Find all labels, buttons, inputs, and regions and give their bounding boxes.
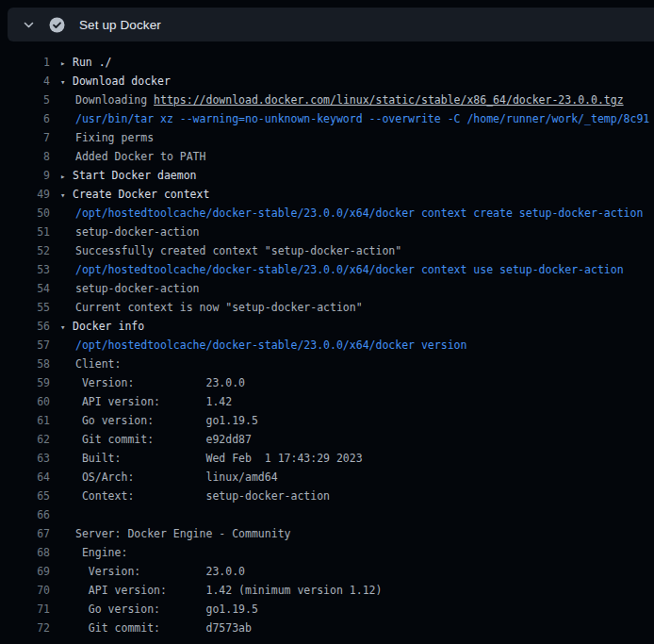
log-line: 49▾Create Docker context [0, 185, 654, 204]
log-line: 1▸Run ./ [0, 53, 654, 72]
log-group-toggle[interactable]: ▾Docker info [60, 317, 144, 337]
log-line: 53/opt/hostedtoolcache/docker-stable/23.… [0, 260, 654, 279]
log-line-text: Successfully created context "setup-dock… [60, 241, 401, 260]
log-line: 58Client: [0, 355, 654, 373]
log-line: 55Current context is now "setup-docker-a… [0, 298, 654, 317]
log-line-number[interactable]: 54 [0, 279, 50, 298]
log-line-number[interactable]: 4 [0, 72, 50, 91]
log-line-number[interactable]: 61 [0, 411, 50, 430]
log-line: 6/usr/bin/tar xz --warning=no-unknown-ke… [0, 109, 654, 128]
log-text: Current context is now "setup-docker-act… [75, 298, 363, 317]
step-header[interactable]: Set up Docker [8, 8, 654, 41]
log-line: 56▾Docker info [0, 317, 654, 336]
log-text: Go version: go1.19.5 [75, 600, 258, 619]
log-line: 65 Context: setup-docker-action [0, 487, 654, 505]
log-link[interactable]: https://download.docker.com/linux/static… [154, 91, 624, 109]
log-group-title: Start Docker daemon [73, 166, 197, 185]
log-line-number[interactable]: 68 [0, 543, 50, 562]
log-line-number[interactable]: 6 [0, 109, 50, 128]
log-line: 60 API version: 1.42 [0, 392, 654, 411]
log-line-text: Go version: go1.19.5 [60, 600, 258, 619]
workflow-step-log-panel: Set up Docker 1▸Run ./4▾Download docker5… [0, 0, 654, 644]
log-line-text: API version: 1.42 [60, 392, 232, 411]
log-line-number[interactable]: 71 [0, 600, 50, 619]
log-line-number[interactable]: 5 [0, 91, 50, 109]
log-line: 52Successfully created context "setup-do… [0, 241, 654, 260]
log-line-text: Git commit: e92dd87 [60, 430, 252, 449]
log-group-toggle[interactable]: ▸Start Docker daemon [60, 166, 197, 186]
check-circle-icon [49, 17, 65, 33]
log-text: Client: [75, 355, 121, 373]
log-text: API version: 1.42 [75, 392, 232, 411]
log-line-number[interactable]: 62 [0, 430, 50, 449]
log-group-title: Docker info [73, 317, 144, 336]
log-line-text: Current context is now "setup-docker-act… [60, 298, 363, 317]
log-line-number[interactable]: 57 [0, 336, 50, 355]
log-line-number[interactable]: 49 [0, 185, 50, 204]
log-line-number[interactable]: 9 [0, 166, 50, 185]
log-line-number[interactable]: 8 [0, 147, 50, 166]
log-line-text: Engine: [60, 543, 127, 562]
log-line: 54setup-docker-action [0, 279, 654, 298]
log-line-text: Built: Wed Feb 1 17:43:29 2023 [60, 449, 363, 468]
log-text: Git commit: d7573ab [75, 619, 252, 637]
step-title: Set up Docker [79, 18, 161, 32]
log-line-text: OS/Arch: linux/amd64 [60, 468, 278, 487]
log-text: Context: setup-docker-action [75, 487, 330, 505]
log-group-toggle[interactable]: ▸Run ./ [60, 53, 112, 73]
log-line-number[interactable]: 58 [0, 355, 50, 373]
log-line-number[interactable]: 59 [0, 373, 50, 392]
log-group-toggle[interactable]: ▾Download docker [60, 72, 171, 91]
log-text: Downloading [75, 91, 154, 109]
log-line-number[interactable]: 60 [0, 392, 50, 411]
log-text: API version: 1.42 (minimum version 1.12) [75, 581, 382, 600]
log-line-number[interactable]: 7 [0, 128, 50, 147]
log-line: 57/opt/hostedtoolcache/docker-stable/23.… [0, 336, 654, 355]
log-text: Version: 23.0.0 [75, 562, 245, 581]
log-line-number[interactable]: 65 [0, 487, 50, 505]
log-text: Version: 23.0.0 [75, 373, 245, 392]
log-line-number[interactable]: 55 [0, 298, 50, 317]
log-line-number[interactable]: 67 [0, 524, 50, 543]
log-text: setup-docker-action [75, 279, 200, 298]
log-line-number[interactable]: 56 [0, 317, 50, 336]
log-line-number[interactable]: 72 [0, 619, 50, 637]
log-command: /opt/hostedtoolcache/docker-stable/23.0.… [60, 336, 466, 355]
log-line-number[interactable]: 1 [0, 53, 50, 72]
log-line-number[interactable]: 70 [0, 581, 50, 600]
log-line-text: Go version: go1.19.5 [60, 411, 258, 430]
log-line-number[interactable]: 53 [0, 260, 50, 279]
log-line-text: Context: setup-docker-action [60, 487, 330, 505]
log-line-number[interactable]: 64 [0, 468, 50, 487]
log-line: 9▸Start Docker daemon [0, 166, 654, 185]
log-line: 62 Git commit: e92dd87 [0, 430, 654, 449]
log-line: 67Server: Docker Engine - Community [0, 524, 654, 543]
log-command-text: /opt/hostedtoolcache/docker-stable/23.0.… [75, 336, 466, 355]
chevron-down-icon[interactable] [23, 19, 35, 31]
log-line-number[interactable]: 63 [0, 449, 50, 468]
log-line: 59 Version: 23.0.0 [0, 373, 654, 392]
log-text: Go version: go1.19.5 [75, 411, 258, 430]
log-line-number[interactable]: 51 [0, 223, 50, 241]
log-line-text: Git commit: d7573ab [60, 619, 252, 637]
log-line-text: Fixing perms [60, 128, 154, 147]
log-line: 71 Go version: go1.19.5 [0, 600, 654, 619]
log-line: 66 [0, 505, 654, 524]
log-line-number[interactable]: 69 [0, 562, 50, 581]
log-line-text: Client: [60, 355, 121, 373]
log-line-number[interactable]: 52 [0, 241, 50, 260]
log-line: 69 Version: 23.0.0 [0, 562, 654, 581]
log-line-number[interactable]: 66 [0, 505, 50, 524]
log-line-number[interactable]: 50 [0, 204, 50, 223]
chevron-down-icon: ▾ [60, 73, 73, 91]
chevron-down-icon: ▾ [60, 186, 73, 205]
log-text: Fixing perms [75, 128, 154, 147]
log-group-toggle[interactable]: ▾Create Docker context [60, 185, 209, 205]
log-line-text: Version: 23.0.0 [60, 562, 245, 581]
chevron-down-icon: ▾ [60, 318, 73, 337]
log-line: 4▾Download docker [0, 72, 654, 91]
log-line-text: API version: 1.42 (minimum version 1.12) [60, 581, 382, 600]
log-line: 63 Built: Wed Feb 1 17:43:29 2023 [0, 449, 654, 468]
log-line: 61 Go version: go1.19.5 [0, 411, 654, 430]
log-command: /opt/hostedtoolcache/docker-stable/23.0.… [60, 260, 624, 279]
